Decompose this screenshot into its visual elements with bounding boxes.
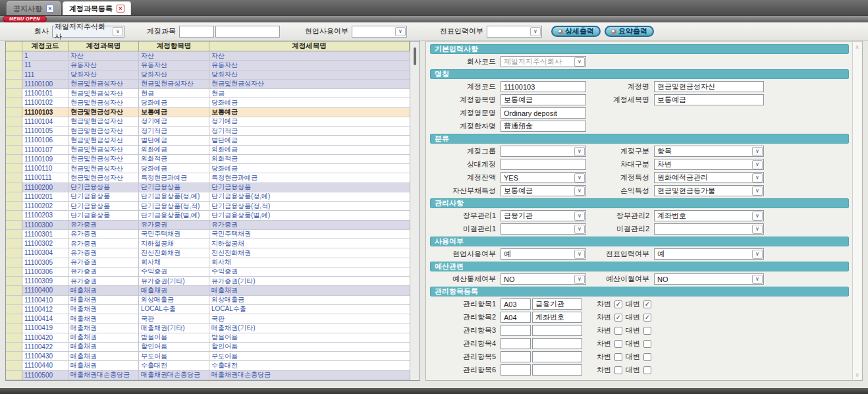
counter-account-input[interactable] (501, 159, 586, 170)
cell-account-name[interactable]: 당좌자산 (68, 70, 139, 80)
row-selector[interactable] (6, 343, 22, 352)
cell-account-item[interactable]: 자산 (139, 51, 209, 61)
row-selector[interactable] (6, 333, 22, 343)
cell-account-code[interactable]: 11100111 (22, 173, 68, 183)
cell-account-detail[interactable]: 할인어음 (209, 343, 410, 352)
mgmt-item-5-debit-checkbox[interactable] (614, 353, 622, 361)
mgmt-item-6-name-input[interactable] (532, 364, 582, 376)
mgmt-item-1-credit-checkbox[interactable]: ✓ (643, 300, 651, 308)
cell-account-code[interactable]: 11100440 (22, 361, 68, 370)
row-selector[interactable] (6, 314, 22, 324)
mgmt-item-4-credit-checkbox[interactable] (643, 340, 651, 348)
cell-account-item[interactable]: 당좌예금 (139, 98, 209, 107)
panel-scrollbar[interactable]: ∧ ∨ (852, 42, 861, 380)
mgmt-item-3-debit-checkbox[interactable] (614, 327, 622, 335)
cell-account-detail[interactable]: 매출채권대손충당금 (209, 371, 410, 380)
table-row[interactable]: 11100202단기금융상품단기금융상품(정,적)단기금융상품(정,적) (6, 202, 410, 211)
pending-mgmt-1-select[interactable]: ∨ (501, 223, 586, 235)
cell-account-code[interactable]: 11100304 (22, 248, 68, 258)
row-selector[interactable] (6, 98, 22, 107)
mgmt-item-2-credit-checkbox[interactable]: ✓ (643, 314, 651, 322)
cell-account-name[interactable]: 매출채권 (68, 333, 139, 343)
cell-account-name[interactable]: 단기금융상품 (68, 183, 139, 192)
field-use-flag-select[interactable]: 예∨ (501, 248, 586, 260)
row-selector[interactable] (6, 136, 22, 145)
cell-account-detail[interactable]: 단기금융상품(정,예) (209, 192, 410, 202)
cell-account-code[interactable]: 11100203 (22, 211, 68, 220)
row-selector[interactable] (6, 173, 22, 183)
mgmt-item-1-name-input[interactable]: 금융기관 (532, 298, 582, 310)
cell-account-name[interactable]: 현금및현금성자산 (68, 164, 139, 173)
cell-account-name[interactable]: 현금및현금성자산 (68, 108, 139, 117)
cell-account-name[interactable]: 매출채권 (68, 352, 139, 361)
cell-account-item[interactable]: 당좌예금 (139, 164, 209, 173)
close-icon[interactable]: × (46, 5, 54, 13)
row-selector[interactable] (6, 221, 22, 230)
row-selector[interactable] (6, 267, 22, 277)
cell-account-item[interactable]: 별단예금 (139, 136, 209, 145)
table-row[interactable]: 11100106현금및현금성자산별단예금별단예금 (6, 136, 410, 145)
row-selector[interactable] (6, 324, 22, 333)
cell-account-code[interactable]: 1 (22, 51, 68, 61)
cell-account-code[interactable]: 11100400 (22, 286, 68, 295)
cell-account-detail[interactable]: 당좌예금 (209, 164, 410, 173)
cell-account-name[interactable]: 유가증권 (68, 221, 139, 230)
cell-account-code[interactable]: 11100109 (22, 155, 68, 164)
table-row[interactable]: 11100107현금및현금성자산외화예금외화예금 (6, 146, 410, 155)
table-row[interactable]: 11100302유가증권지하철공채지하철공채 (6, 239, 410, 248)
mgmt-item-4-code-input[interactable] (501, 338, 531, 349)
cell-account-item[interactable]: 유가증권(기타) (139, 277, 209, 286)
cell-account-item[interactable]: 외화예금 (139, 146, 209, 155)
table-row[interactable]: 11100109현금및현금성자산외화적금외화적금 (6, 155, 410, 164)
cell-account-detail[interactable]: 수출대전 (209, 361, 410, 370)
cell-account-detail[interactable]: 보통예금 (209, 108, 410, 117)
cell-account-code[interactable]: 11100201 (22, 192, 68, 202)
cell-account-detail[interactable]: 매출채권(기타) (209, 324, 410, 333)
mgmt-item-4-name-input[interactable] (532, 338, 582, 349)
mgmt-item-1-code-input[interactable]: A03 (501, 298, 531, 310)
slip-entry-filter-select[interactable]: ∨ (487, 26, 542, 38)
cell-account-code[interactable]: 11100102 (22, 98, 68, 107)
cell-account-code[interactable]: 111 (22, 70, 68, 80)
table-row[interactable]: 11100414매출채권국판국판 (6, 314, 410, 324)
cell-account-code[interactable]: 11100104 (22, 117, 68, 127)
table-row[interactable]: 11100104현금및현금성자산정기예금정기예금 (6, 117, 410, 127)
close-icon[interactable]: × (117, 5, 124, 13)
cell-account-item[interactable]: LOCAL수출 (139, 305, 209, 314)
cell-account-name[interactable]: 유가증권 (68, 277, 139, 286)
asset-liability-characteristic-select[interactable]: 보통예금∨ (501, 185, 586, 196)
row-selector[interactable] (6, 239, 22, 248)
cell-account-item[interactable]: 당좌자산 (139, 70, 209, 80)
cell-account-item[interactable]: 단기금융상품(정,예) (139, 192, 209, 202)
mgmt-item-4-debit-checkbox[interactable] (614, 340, 622, 348)
cell-account-item[interactable]: 외상매출금 (139, 296, 209, 305)
cell-account-name[interactable]: 유동자산 (68, 61, 139, 70)
cell-account-name[interactable]: 유가증권 (68, 258, 139, 267)
cell-account-code[interactable]: 11100300 (22, 221, 68, 230)
grid-scrollbar[interactable] (410, 42, 420, 380)
cell-account-detail[interactable]: 부도어음 (209, 352, 410, 361)
ledger-mgmt-2-select[interactable]: 계좌번호∨ (654, 210, 764, 221)
table-row[interactable]: 1자산자산자산 (6, 51, 410, 61)
row-selector[interactable] (6, 371, 22, 380)
table-row[interactable]: 11100309유가증권유가증권(기타)유가증권(기타) (6, 277, 410, 286)
table-row[interactable]: 11100305유가증권회사채회사채 (6, 258, 410, 267)
table-row[interactable]: 11100300유가증권유가증권유가증권 (6, 221, 410, 230)
cell-account-name[interactable]: 자산 (68, 51, 139, 61)
table-row[interactable]: 11유동자산유동자산유동자산 (6, 61, 410, 70)
pending-mgmt-2-select[interactable]: ∨ (654, 223, 764, 235)
mgmt-item-2-debit-checkbox[interactable]: ✓ (614, 314, 622, 322)
table-row[interactable]: 11100301유가증권국민주택채권국민주택채권 (6, 230, 410, 239)
table-row[interactable]: 11100410매출채권외상매출금외상매출금 (6, 296, 410, 305)
cell-account-item[interactable]: 국판 (139, 314, 209, 324)
cell-account-item[interactable]: 정기적금 (139, 127, 209, 136)
mgmt-item-6-credit-checkbox[interactable] (643, 366, 651, 374)
tab-notice[interactable]: 공지사항 × (7, 1, 61, 15)
cell-account-item[interactable]: 정기예금 (139, 117, 209, 127)
cell-account-detail[interactable]: 외화적금 (209, 155, 410, 164)
table-row[interactable]: 111당좌자산당좌자산당좌자산 (6, 70, 410, 80)
cell-account-code[interactable]: 11100500 (22, 371, 68, 380)
account-name-search-input[interactable] (215, 26, 280, 38)
cell-account-name[interactable]: 단기금융상품 (68, 192, 139, 202)
row-selector[interactable] (6, 164, 22, 173)
